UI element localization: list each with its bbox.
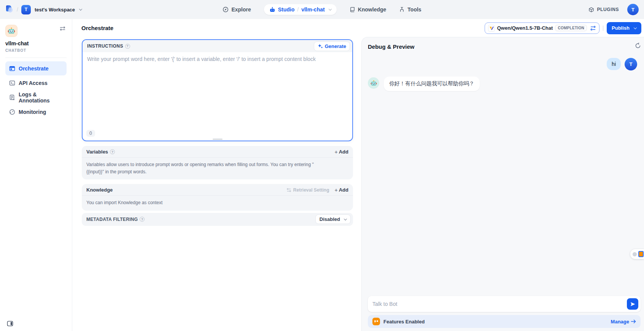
hammer-icon: [399, 6, 405, 13]
generate-button[interactable]: Generate: [314, 42, 350, 51]
model-name: Qwen/Qwen1.5-7B-Chat: [497, 25, 553, 31]
nav-current-app: vllm-chat: [301, 6, 324, 13]
book-icon: [350, 6, 355, 13]
main-header: Orchestrate Qwen/Qwen1.5-7B-Chat COMPLET…: [72, 19, 644, 37]
sidebar-item-logs-annotations[interactable]: Logs & Annotations: [5, 90, 67, 104]
sidebar-item-monitoring[interactable]: Monitoring: [5, 105, 67, 119]
collapse-panel-icon[interactable]: [7, 321, 13, 328]
model-selector[interactable]: Qwen/Qwen1.5-7B-Chat COMPLETION: [485, 22, 599, 34]
app-icon: [5, 25, 17, 37]
top-bar: / T test's Workspace Explore Studi: [0, 0, 644, 19]
send-button[interactable]: [627, 298, 638, 310]
sidebar-item-orchestrate[interactable]: Orchestrate: [5, 61, 67, 75]
floating-widget[interactable]: [630, 249, 644, 259]
extension-icon: [638, 251, 644, 257]
features-bar: Features Enabled Manage: [368, 315, 641, 328]
drag-dot-icon: [633, 252, 637, 256]
chat-input[interactable]: [372, 301, 627, 307]
nav-tools[interactable]: Tools: [399, 6, 421, 13]
chat-input-container: [368, 296, 641, 312]
robot-emoji-icon: [370, 80, 377, 86]
dify-logo-icon[interactable]: [5, 5, 14, 14]
terminal-icon: [9, 80, 15, 86]
package-icon: [588, 7, 594, 13]
workspace-chevron-down-icon[interactable]: [79, 7, 82, 10]
metadata-filtering-dropdown[interactable]: Disabled: [315, 214, 351, 224]
retrieval-settings-icon: [286, 188, 291, 192]
manage-features-link[interactable]: Manage: [611, 319, 636, 325]
orchestrate-config-column: INSTRUCTIONS ? Generate: [72, 37, 361, 331]
nav-explore[interactable]: Explore: [223, 6, 251, 13]
bot-avatar: [368, 77, 379, 89]
plugins-button[interactable]: PLUGINS: [588, 7, 619, 13]
char-count-badge: 0: [86, 130, 95, 137]
breadcrumb-separator: /: [17, 6, 18, 13]
nav-knowledge[interactable]: Knowledge: [350, 6, 386, 13]
restart-conversation-icon[interactable]: [635, 43, 641, 50]
instructions-title: INSTRUCTIONS ?: [87, 43, 130, 49]
chat-message-assistant: 你好！有什么问题我可以帮助你吗？: [368, 77, 638, 91]
features-label: Features Enabled: [383, 319, 607, 325]
nav-studio-active[interactable]: Studio / vllm-chat: [264, 4, 337, 15]
variables-panel: Variables ? + Add Variables allow users …: [82, 146, 353, 179]
arrow-right-icon: [631, 319, 636, 324]
robot-emoji-icon: [8, 27, 15, 35]
compass-icon: [223, 6, 229, 13]
debug-preview-panel: Debug & Preview hi T: [361, 37, 644, 331]
robot-icon: [269, 6, 275, 13]
sidebar-divider: [5, 58, 67, 58]
debug-preview-title: Debug & Preview: [368, 43, 415, 50]
knowledge-description: You can import Knowledge as context: [82, 196, 333, 211]
user-message-bubble: hi: [607, 58, 621, 70]
publish-chevron-down-icon: [634, 26, 637, 29]
workspace-avatar[interactable]: T: [21, 5, 31, 14]
model-tune-icon[interactable]: [590, 26, 596, 31]
metadata-filtering-title: METADATA FILTERING ?: [86, 217, 145, 222]
variables-description: Variables allow users to introduce promp…: [82, 158, 333, 179]
sidebar-item-api-access[interactable]: API Access: [5, 76, 67, 90]
add-knowledge-button[interactable]: + Add: [335, 187, 348, 193]
app-operations-icon[interactable]: [59, 25, 67, 34]
plus-icon: +: [335, 187, 338, 193]
instructions-panel: INSTRUCTIONS ? Generate: [82, 39, 353, 141]
nav-separator: /: [297, 6, 299, 13]
app-sidebar: vllm-chat CHATBOT Orchestrate API Access: [0, 19, 72, 331]
features-icon: [372, 318, 380, 325]
retrieval-setting-button[interactable]: Retrieval Setting: [286, 187, 329, 193]
app-type-badge: CHATBOT: [5, 48, 67, 53]
publish-button[interactable]: Publish: [607, 22, 641, 34]
chat-messages: hi T: [362, 53, 644, 296]
instructions-help-icon[interactable]: ?: [125, 44, 130, 49]
header-divider: [603, 26, 603, 31]
plus-icon: +: [335, 149, 338, 155]
main-nav: Explore Studio / vllm-chat Kno: [223, 4, 421, 15]
sparkle-icon: [318, 43, 323, 49]
metadata-chevron-down-icon: [344, 217, 347, 220]
add-variable-button[interactable]: + Add: [335, 149, 348, 155]
variables-help-icon[interactable]: ?: [110, 149, 115, 154]
nav-studio-label: Studio: [278, 6, 295, 13]
window-icon: [9, 66, 15, 72]
variables-title: Variables ?: [86, 149, 115, 155]
prompt-input[interactable]: [87, 56, 348, 117]
resize-handle[interactable]: [213, 139, 223, 140]
workspace-name[interactable]: test's Workspace: [35, 7, 75, 13]
gauge-icon: [9, 109, 15, 115]
knowledge-title: Knowledge: [86, 187, 113, 193]
metadata-help-icon[interactable]: ?: [140, 217, 145, 222]
paper-plane-icon: [630, 301, 636, 307]
chat-message-user: hi T: [368, 58, 638, 70]
metadata-filtering-row: METADATA FILTERING ? Disabled: [82, 213, 353, 226]
account-avatar[interactable]: T: [627, 4, 639, 15]
document-icon: [9, 94, 15, 101]
user-avatar: T: [625, 58, 637, 70]
knowledge-panel: Knowledge Retrieval Setting: [82, 184, 353, 211]
app-chevron-down-icon[interactable]: [328, 7, 331, 10]
page-title: Orchestrate: [81, 25, 113, 31]
bot-message-bubble: 你好！有什么问题我可以帮助你吗？: [384, 77, 480, 91]
app-name: vllm-chat: [5, 40, 67, 46]
model-mode-badge: COMPLETION: [555, 25, 587, 31]
vllm-logo-icon: [488, 25, 495, 32]
